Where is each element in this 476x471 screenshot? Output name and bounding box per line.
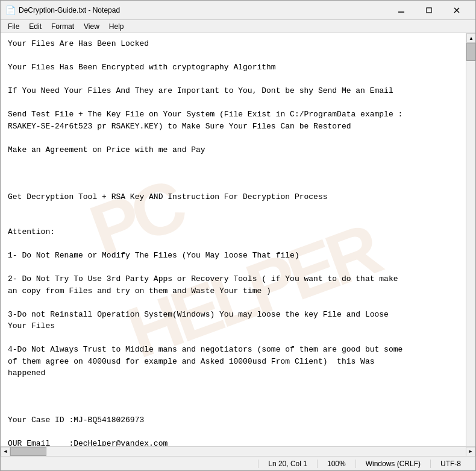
notepad-window: 📄 DeCryption-Guide.txt - Notepad xyxy=(0,0,476,471)
horizontal-scrollbar[interactable]: ◄ ► xyxy=(1,446,475,456)
zoom-level: 100% xyxy=(317,460,355,468)
scroll-up-button[interactable]: ▲ xyxy=(466,33,475,43)
minimize-button[interactable] xyxy=(387,1,415,20)
editor-container: PCHELPER Your Files Are Has Been Locked … xyxy=(1,33,475,446)
window-title: DeCryption-Guide.txt - Notepad xyxy=(19,6,387,14)
menu-format[interactable]: Format xyxy=(46,21,79,32)
scrollbar-thumb-horizontal[interactable] xyxy=(10,447,46,456)
menu-help[interactable]: Help xyxy=(104,21,129,32)
close-button[interactable] xyxy=(443,1,471,20)
app-icon: 📄 xyxy=(5,5,15,15)
status-bar: Ln 20, Col 1 100% Windows (CRLF) UTF-8 xyxy=(1,456,475,470)
title-bar: 📄 DeCryption-Guide.txt - Notepad xyxy=(1,1,475,20)
line-ending: Windows (CRLF) xyxy=(355,460,430,468)
menu-bar: File Edit Format View Help xyxy=(1,20,475,33)
window-controls xyxy=(387,1,471,20)
menu-view[interactable]: View xyxy=(79,21,104,32)
scrollbar-thumb-vertical[interactable] xyxy=(466,43,475,61)
cursor-position: Ln 20, Col 1 xyxy=(258,460,317,468)
svg-rect-1 xyxy=(427,8,431,13)
scroll-left-button[interactable]: ◄ xyxy=(1,447,10,457)
editor-text[interactable]: Your Files Are Has Been Locked Your File… xyxy=(8,38,459,446)
maximize-button[interactable] xyxy=(415,1,443,20)
menu-edit[interactable]: Edit xyxy=(24,21,46,32)
menu-file[interactable]: File xyxy=(3,21,24,32)
text-editor[interactable]: PCHELPER Your Files Are Has Been Locked … xyxy=(1,33,466,446)
encoding: UTF-8 xyxy=(430,460,471,468)
scroll-right-button[interactable]: ► xyxy=(466,447,475,457)
vertical-scrollbar[interactable]: ▲ xyxy=(466,33,475,446)
